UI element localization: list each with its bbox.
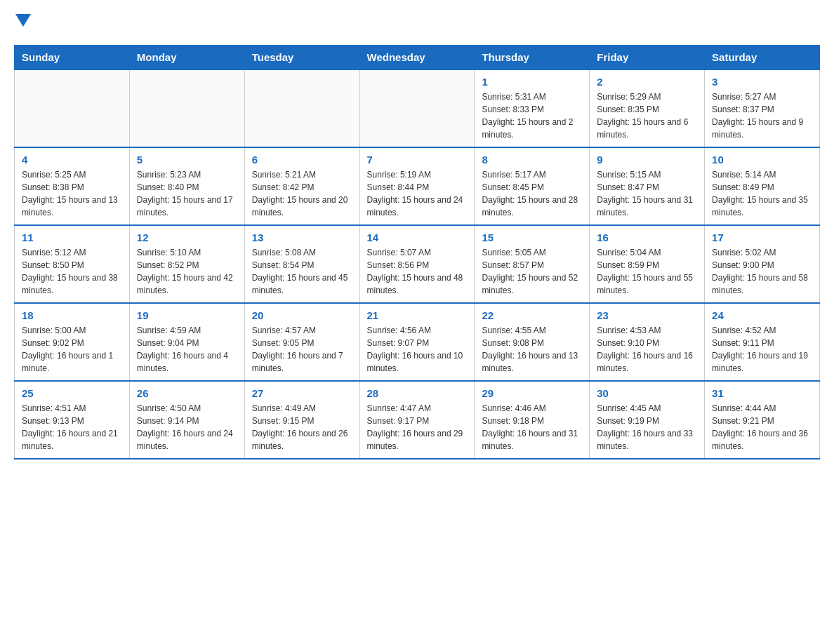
day-number: 19 <box>137 309 237 321</box>
day-number: 28 <box>367 387 468 399</box>
calendar-cell: 12Sunrise: 5:10 AMSunset: 8:52 PMDayligh… <box>129 225 244 303</box>
day-number: 2 <box>597 76 697 88</box>
calendar-cell: 18Sunrise: 5:00 AMSunset: 9:02 PMDayligh… <box>15 303 130 381</box>
day-number: 14 <box>367 232 468 243</box>
calendar-cell: 29Sunrise: 4:46 AMSunset: 9:18 PMDayligh… <box>475 381 590 459</box>
calendar-cell: 6Sunrise: 5:21 AMSunset: 8:42 PMDaylight… <box>244 147 359 225</box>
logo <box>14 14 31 31</box>
day-info: Sunrise: 4:49 AMSunset: 9:15 PMDaylight:… <box>252 402 352 452</box>
day-info: Sunrise: 4:52 AMSunset: 9:11 PMDaylight:… <box>712 324 812 375</box>
calendar-cell: 23Sunrise: 4:53 AMSunset: 9:10 PMDayligh… <box>590 303 705 381</box>
day-number: 13 <box>252 232 352 243</box>
logo-triangle-icon <box>15 14 31 27</box>
day-info: Sunrise: 4:44 AMSunset: 9:21 PMDaylight:… <box>712 402 812 452</box>
day-number: 5 <box>137 154 237 166</box>
day-number: 11 <box>22 232 122 243</box>
calendar-week-row-1: 1Sunrise: 5:31 AMSunset: 8:33 PMDaylight… <box>15 69 820 147</box>
day-number: 15 <box>482 232 582 243</box>
day-info: Sunrise: 5:29 AMSunset: 8:35 PMDaylight:… <box>597 90 697 141</box>
day-number: 27 <box>252 387 352 399</box>
day-info: Sunrise: 5:14 AMSunset: 8:49 PMDaylight:… <box>712 168 812 219</box>
day-info: Sunrise: 5:31 AMSunset: 8:33 PMDaylight:… <box>482 90 582 141</box>
weekday-header-sunday: Sunday <box>15 45 130 69</box>
calendar-cell: 1Sunrise: 5:31 AMSunset: 8:33 PMDaylight… <box>475 69 590 147</box>
day-info: Sunrise: 4:50 AMSunset: 9:14 PMDaylight:… <box>137 402 237 452</box>
day-info: Sunrise: 5:12 AMSunset: 8:50 PMDaylight:… <box>22 246 122 297</box>
day-number: 25 <box>22 387 122 399</box>
day-number: 7 <box>367 154 468 166</box>
day-number: 26 <box>137 387 237 399</box>
calendar-cell: 26Sunrise: 4:50 AMSunset: 9:14 PMDayligh… <box>129 381 244 459</box>
weekday-header-row: SundayMondayTuesdayWednesdayThursdayFrid… <box>15 45 820 69</box>
day-number: 17 <box>712 232 812 243</box>
calendar-cell: 4Sunrise: 5:25 AMSunset: 8:38 PMDaylight… <box>15 147 130 225</box>
calendar-cell: 24Sunrise: 4:52 AMSunset: 9:11 PMDayligh… <box>705 303 820 381</box>
day-info: Sunrise: 5:08 AMSunset: 8:54 PMDaylight:… <box>252 246 352 297</box>
calendar-week-row-3: 11Sunrise: 5:12 AMSunset: 8:50 PMDayligh… <box>15 225 820 303</box>
weekday-header-wednesday: Wednesday <box>359 45 475 69</box>
day-number: 8 <box>482 154 582 166</box>
calendar-cell <box>244 69 359 147</box>
day-number: 18 <box>22 309 122 321</box>
calendar-cell: 11Sunrise: 5:12 AMSunset: 8:50 PMDayligh… <box>15 225 130 303</box>
calendar-cell: 20Sunrise: 4:57 AMSunset: 9:05 PMDayligh… <box>244 303 359 381</box>
day-number: 21 <box>367 309 468 321</box>
calendar-cell: 17Sunrise: 5:02 AMSunset: 9:00 PMDayligh… <box>705 225 820 303</box>
calendar-cell <box>359 69 475 147</box>
day-info: Sunrise: 5:25 AMSunset: 8:38 PMDaylight:… <box>22 168 122 219</box>
calendar-cell: 7Sunrise: 5:19 AMSunset: 8:44 PMDaylight… <box>359 147 475 225</box>
day-number: 3 <box>712 76 812 88</box>
calendar-cell: 2Sunrise: 5:29 AMSunset: 8:35 PMDaylight… <box>590 69 705 147</box>
day-info: Sunrise: 4:47 AMSunset: 9:17 PMDaylight:… <box>367 402 468 452</box>
weekday-header-friday: Friday <box>590 45 705 69</box>
calendar-cell: 10Sunrise: 5:14 AMSunset: 8:49 PMDayligh… <box>705 147 820 225</box>
weekday-header-saturday: Saturday <box>705 45 820 69</box>
weekday-header-tuesday: Tuesday <box>244 45 359 69</box>
day-number: 6 <box>252 154 352 166</box>
calendar-week-row-5: 25Sunrise: 4:51 AMSunset: 9:13 PMDayligh… <box>15 381 820 459</box>
day-info: Sunrise: 5:00 AMSunset: 9:02 PMDaylight:… <box>22 324 122 375</box>
page-header <box>14 14 820 31</box>
day-number: 23 <box>597 309 697 321</box>
svg-marker-0 <box>15 14 31 27</box>
calendar-cell: 9Sunrise: 5:15 AMSunset: 8:47 PMDaylight… <box>590 147 705 225</box>
day-info: Sunrise: 5:04 AMSunset: 8:59 PMDaylight:… <box>597 246 697 297</box>
calendar-cell: 19Sunrise: 4:59 AMSunset: 9:04 PMDayligh… <box>129 303 244 381</box>
calendar-cell: 22Sunrise: 4:55 AMSunset: 9:08 PMDayligh… <box>475 303 590 381</box>
day-info: Sunrise: 5:17 AMSunset: 8:45 PMDaylight:… <box>482 168 582 219</box>
calendar-cell <box>129 69 244 147</box>
day-number: 20 <box>252 309 352 321</box>
day-number: 10 <box>712 154 812 166</box>
calendar-cell: 30Sunrise: 4:45 AMSunset: 9:19 PMDayligh… <box>590 381 705 459</box>
calendar-cell: 31Sunrise: 4:44 AMSunset: 9:21 PMDayligh… <box>705 381 820 459</box>
day-number: 29 <box>482 387 582 399</box>
weekday-header-monday: Monday <box>129 45 244 69</box>
day-info: Sunrise: 4:45 AMSunset: 9:19 PMDaylight:… <box>597 402 697 452</box>
day-number: 24 <box>712 309 812 321</box>
day-number: 1 <box>482 76 582 88</box>
day-info: Sunrise: 4:53 AMSunset: 9:10 PMDaylight:… <box>597 324 697 375</box>
day-number: 16 <box>597 232 697 243</box>
day-number: 22 <box>482 309 582 321</box>
day-info: Sunrise: 5:15 AMSunset: 8:47 PMDaylight:… <box>597 168 697 219</box>
day-number: 30 <box>597 387 697 399</box>
day-number: 9 <box>597 154 697 166</box>
day-info: Sunrise: 4:51 AMSunset: 9:13 PMDaylight:… <box>22 402 122 452</box>
day-info: Sunrise: 4:59 AMSunset: 9:04 PMDaylight:… <box>137 324 237 375</box>
day-info: Sunrise: 5:19 AMSunset: 8:44 PMDaylight:… <box>367 168 468 219</box>
day-info: Sunrise: 5:27 AMSunset: 8:37 PMDaylight:… <box>712 90 812 141</box>
day-number: 12 <box>137 232 237 243</box>
day-number: 4 <box>22 154 122 166</box>
day-info: Sunrise: 4:56 AMSunset: 9:07 PMDaylight:… <box>367 324 468 375</box>
calendar-cell: 27Sunrise: 4:49 AMSunset: 9:15 PMDayligh… <box>244 381 359 459</box>
calendar-cell: 21Sunrise: 4:56 AMSunset: 9:07 PMDayligh… <box>359 303 475 381</box>
calendar-table: SundayMondayTuesdayWednesdayThursdayFrid… <box>14 45 820 459</box>
day-number: 31 <box>712 387 812 399</box>
calendar-cell: 8Sunrise: 5:17 AMSunset: 8:45 PMDaylight… <box>475 147 590 225</box>
calendar-cell: 14Sunrise: 5:07 AMSunset: 8:56 PMDayligh… <box>359 225 475 303</box>
day-info: Sunrise: 4:57 AMSunset: 9:05 PMDaylight:… <box>252 324 352 375</box>
calendar-cell: 5Sunrise: 5:23 AMSunset: 8:40 PMDaylight… <box>129 147 244 225</box>
day-info: Sunrise: 5:10 AMSunset: 8:52 PMDaylight:… <box>137 246 237 297</box>
calendar-cell: 3Sunrise: 5:27 AMSunset: 8:37 PMDaylight… <box>705 69 820 147</box>
day-info: Sunrise: 4:55 AMSunset: 9:08 PMDaylight:… <box>482 324 582 375</box>
